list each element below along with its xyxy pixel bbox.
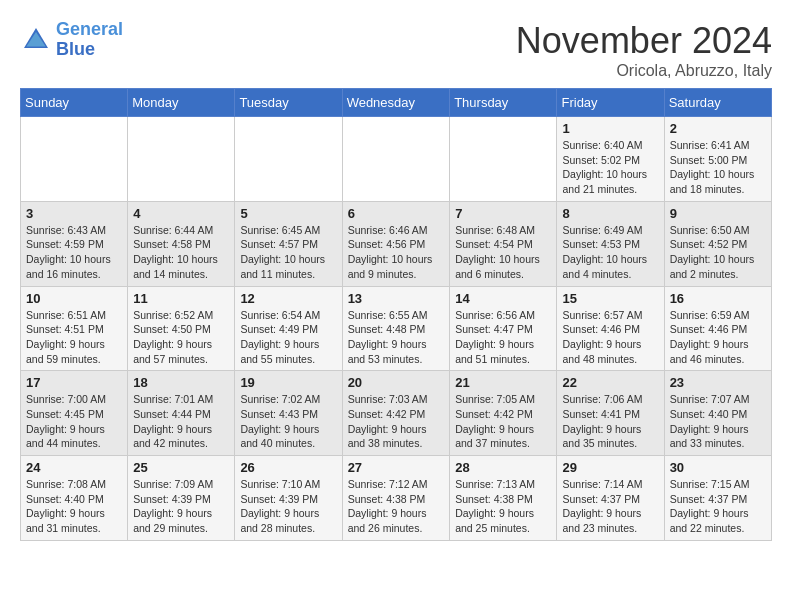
day-cell-w4-d3: 20Sunrise: 7:03 AM Sunset: 4:42 PM Dayli… xyxy=(342,371,450,456)
day-detail: Sunrise: 6:52 AM Sunset: 4:50 PM Dayligh… xyxy=(133,308,229,367)
day-number: 14 xyxy=(455,291,551,306)
day-number: 5 xyxy=(240,206,336,221)
day-number: 28 xyxy=(455,460,551,475)
week-row-2: 3Sunrise: 6:43 AM Sunset: 4:59 PM Daylig… xyxy=(21,201,772,286)
header: General Blue November 2024 Oricola, Abru… xyxy=(20,20,772,80)
day-number: 15 xyxy=(562,291,658,306)
day-detail: Sunrise: 6:41 AM Sunset: 5:00 PM Dayligh… xyxy=(670,138,766,197)
day-cell-w4-d5: 22Sunrise: 7:06 AM Sunset: 4:41 PM Dayli… xyxy=(557,371,664,456)
day-cell-w5-d6: 30Sunrise: 7:15 AM Sunset: 4:37 PM Dayli… xyxy=(664,456,771,541)
day-number: 8 xyxy=(562,206,658,221)
logo-line2: Blue xyxy=(56,39,95,59)
day-cell-w3-d2: 12Sunrise: 6:54 AM Sunset: 4:49 PM Dayli… xyxy=(235,286,342,371)
day-cell-w2-d2: 5Sunrise: 6:45 AM Sunset: 4:57 PM Daylig… xyxy=(235,201,342,286)
location: Oricola, Abruzzo, Italy xyxy=(516,62,772,80)
day-detail: Sunrise: 7:15 AM Sunset: 4:37 PM Dayligh… xyxy=(670,477,766,536)
day-number: 25 xyxy=(133,460,229,475)
day-detail: Sunrise: 6:49 AM Sunset: 4:53 PM Dayligh… xyxy=(562,223,658,282)
day-cell-w5-d3: 27Sunrise: 7:12 AM Sunset: 4:38 PM Dayli… xyxy=(342,456,450,541)
day-number: 26 xyxy=(240,460,336,475)
day-detail: Sunrise: 7:01 AM Sunset: 4:44 PM Dayligh… xyxy=(133,392,229,451)
day-number: 9 xyxy=(670,206,766,221)
day-detail: Sunrise: 6:48 AM Sunset: 4:54 PM Dayligh… xyxy=(455,223,551,282)
header-monday: Monday xyxy=(128,89,235,117)
day-number: 16 xyxy=(670,291,766,306)
day-detail: Sunrise: 7:03 AM Sunset: 4:42 PM Dayligh… xyxy=(348,392,445,451)
day-number: 12 xyxy=(240,291,336,306)
day-number: 3 xyxy=(26,206,122,221)
day-number: 10 xyxy=(26,291,122,306)
day-number: 6 xyxy=(348,206,445,221)
day-cell-w3-d4: 14Sunrise: 6:56 AM Sunset: 4:47 PM Dayli… xyxy=(450,286,557,371)
day-number: 22 xyxy=(562,375,658,390)
day-cell-w2-d1: 4Sunrise: 6:44 AM Sunset: 4:58 PM Daylig… xyxy=(128,201,235,286)
weekday-header-row: Sunday Monday Tuesday Wednesday Thursday… xyxy=(21,89,772,117)
day-detail: Sunrise: 7:02 AM Sunset: 4:43 PM Dayligh… xyxy=(240,392,336,451)
day-number: 19 xyxy=(240,375,336,390)
header-wednesday: Wednesday xyxy=(342,89,450,117)
day-cell-w4-d0: 17Sunrise: 7:00 AM Sunset: 4:45 PM Dayli… xyxy=(21,371,128,456)
week-row-5: 24Sunrise: 7:08 AM Sunset: 4:40 PM Dayli… xyxy=(21,456,772,541)
day-detail: Sunrise: 6:55 AM Sunset: 4:48 PM Dayligh… xyxy=(348,308,445,367)
day-detail: Sunrise: 7:06 AM Sunset: 4:41 PM Dayligh… xyxy=(562,392,658,451)
day-cell-w3-d6: 16Sunrise: 6:59 AM Sunset: 4:46 PM Dayli… xyxy=(664,286,771,371)
day-cell-w1-d3 xyxy=(342,117,450,202)
day-detail: Sunrise: 7:14 AM Sunset: 4:37 PM Dayligh… xyxy=(562,477,658,536)
week-row-1: 1Sunrise: 6:40 AM Sunset: 5:02 PM Daylig… xyxy=(21,117,772,202)
logo-icon xyxy=(20,24,52,56)
day-detail: Sunrise: 6:45 AM Sunset: 4:57 PM Dayligh… xyxy=(240,223,336,282)
day-cell-w4-d1: 18Sunrise: 7:01 AM Sunset: 4:44 PM Dayli… xyxy=(128,371,235,456)
day-detail: Sunrise: 6:54 AM Sunset: 4:49 PM Dayligh… xyxy=(240,308,336,367)
day-detail: Sunrise: 6:46 AM Sunset: 4:56 PM Dayligh… xyxy=(348,223,445,282)
header-friday: Friday xyxy=(557,89,664,117)
week-row-4: 17Sunrise: 7:00 AM Sunset: 4:45 PM Dayli… xyxy=(21,371,772,456)
day-cell-w3-d3: 13Sunrise: 6:55 AM Sunset: 4:48 PM Dayli… xyxy=(342,286,450,371)
day-cell-w3-d5: 15Sunrise: 6:57 AM Sunset: 4:46 PM Dayli… xyxy=(557,286,664,371)
logo: General Blue xyxy=(20,20,123,60)
calendar-body: 1Sunrise: 6:40 AM Sunset: 5:02 PM Daylig… xyxy=(21,117,772,541)
day-cell-w1-d1 xyxy=(128,117,235,202)
day-cell-w1-d6: 2Sunrise: 6:41 AM Sunset: 5:00 PM Daylig… xyxy=(664,117,771,202)
day-detail: Sunrise: 6:44 AM Sunset: 4:58 PM Dayligh… xyxy=(133,223,229,282)
day-number: 2 xyxy=(670,121,766,136)
day-cell-w4-d6: 23Sunrise: 7:07 AM Sunset: 4:40 PM Dayli… xyxy=(664,371,771,456)
calendar-table: Sunday Monday Tuesday Wednesday Thursday… xyxy=(20,88,772,541)
day-number: 29 xyxy=(562,460,658,475)
day-detail: Sunrise: 7:08 AM Sunset: 4:40 PM Dayligh… xyxy=(26,477,122,536)
day-detail: Sunrise: 6:43 AM Sunset: 4:59 PM Dayligh… xyxy=(26,223,122,282)
day-detail: Sunrise: 6:59 AM Sunset: 4:46 PM Dayligh… xyxy=(670,308,766,367)
day-number: 7 xyxy=(455,206,551,221)
day-number: 23 xyxy=(670,375,766,390)
day-detail: Sunrise: 6:51 AM Sunset: 4:51 PM Dayligh… xyxy=(26,308,122,367)
day-detail: Sunrise: 6:50 AM Sunset: 4:52 PM Dayligh… xyxy=(670,223,766,282)
day-cell-w3-d1: 11Sunrise: 6:52 AM Sunset: 4:50 PM Dayli… xyxy=(128,286,235,371)
day-cell-w1-d4 xyxy=(450,117,557,202)
day-cell-w5-d0: 24Sunrise: 7:08 AM Sunset: 4:40 PM Dayli… xyxy=(21,456,128,541)
day-detail: Sunrise: 7:13 AM Sunset: 4:38 PM Dayligh… xyxy=(455,477,551,536)
day-detail: Sunrise: 7:05 AM Sunset: 4:42 PM Dayligh… xyxy=(455,392,551,451)
day-cell-w1-d5: 1Sunrise: 6:40 AM Sunset: 5:02 PM Daylig… xyxy=(557,117,664,202)
logo-line1: General xyxy=(56,19,123,39)
day-detail: Sunrise: 7:12 AM Sunset: 4:38 PM Dayligh… xyxy=(348,477,445,536)
day-cell-w2-d3: 6Sunrise: 6:46 AM Sunset: 4:56 PM Daylig… xyxy=(342,201,450,286)
day-number: 4 xyxy=(133,206,229,221)
day-cell-w4-d4: 21Sunrise: 7:05 AM Sunset: 4:42 PM Dayli… xyxy=(450,371,557,456)
day-cell-w4-d2: 19Sunrise: 7:02 AM Sunset: 4:43 PM Dayli… xyxy=(235,371,342,456)
day-cell-w2-d5: 8Sunrise: 6:49 AM Sunset: 4:53 PM Daylig… xyxy=(557,201,664,286)
day-cell-w2-d4: 7Sunrise: 6:48 AM Sunset: 4:54 PM Daylig… xyxy=(450,201,557,286)
title-block: November 2024 Oricola, Abruzzo, Italy xyxy=(516,20,772,80)
day-cell-w5-d4: 28Sunrise: 7:13 AM Sunset: 4:38 PM Dayli… xyxy=(450,456,557,541)
day-detail: Sunrise: 7:10 AM Sunset: 4:39 PM Dayligh… xyxy=(240,477,336,536)
header-thursday: Thursday xyxy=(450,89,557,117)
day-number: 11 xyxy=(133,291,229,306)
day-cell-w2-d0: 3Sunrise: 6:43 AM Sunset: 4:59 PM Daylig… xyxy=(21,201,128,286)
header-tuesday: Tuesday xyxy=(235,89,342,117)
day-number: 30 xyxy=(670,460,766,475)
day-cell-w1-d2 xyxy=(235,117,342,202)
day-number: 18 xyxy=(133,375,229,390)
day-number: 21 xyxy=(455,375,551,390)
day-number: 20 xyxy=(348,375,445,390)
day-number: 27 xyxy=(348,460,445,475)
day-cell-w5-d5: 29Sunrise: 7:14 AM Sunset: 4:37 PM Dayli… xyxy=(557,456,664,541)
day-cell-w5-d1: 25Sunrise: 7:09 AM Sunset: 4:39 PM Dayli… xyxy=(128,456,235,541)
